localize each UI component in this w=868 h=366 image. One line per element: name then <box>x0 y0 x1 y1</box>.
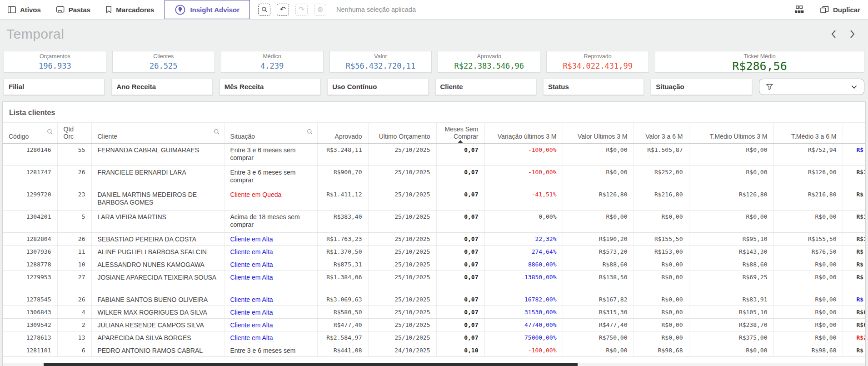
cell-v36[interactable]: R$155,50 <box>634 233 689 246</box>
cell-aprovado[interactable]: R$2.584,97 <box>317 331 368 344</box>
cell-v36[interactable]: R$216,80 <box>634 188 689 211</box>
cell-variacao[interactable]: -41,51% <box>484 188 563 211</box>
cell-tm36[interactable]: R$76,50 <box>773 246 843 258</box>
cell-tm36[interactable]: R$0,00 <box>773 331 843 344</box>
next-sheet-button[interactable] <box>850 30 855 39</box>
cell-codigo[interactable]: 1299720 <box>3 188 57 211</box>
cell-situacao[interactable]: Cliente em Queda <box>224 188 317 211</box>
cell-extra[interactable]: R$1 <box>843 233 866 246</box>
cell-tm3m[interactable]: R$0,00 <box>689 344 773 357</box>
cell-ultimo[interactable]: 25/10/2025 <box>368 319 436 331</box>
bookmarks-button[interactable]: Marcadores <box>98 0 162 19</box>
cell-variacao[interactable]: 47740,00% <box>484 319 563 331</box>
cell-codigo[interactable]: 1278613 <box>3 331 57 344</box>
cell-codigo[interactable]: 1281101 <box>3 344 57 357</box>
cell-ultimo[interactable]: 25/10/2025 <box>368 271 436 293</box>
cell-v3m[interactable]: R$315,30 <box>563 306 634 319</box>
cell-aprovado[interactable]: R$441,08 <box>317 344 368 357</box>
cell-extra[interactable]: R$ <box>843 271 866 293</box>
cell-v3m[interactable]: R$88,60 <box>563 258 634 271</box>
cell-ultimo[interactable]: 25/10/2025 <box>368 233 436 246</box>
filter-situacao[interactable]: Situação <box>651 79 752 95</box>
cell-situacao[interactable]: Entre 3 e 6 meses sem comprar <box>224 166 317 188</box>
cell-v3m[interactable]: R$750,00 <box>563 331 634 344</box>
cell-tm36[interactable]: R$216,80 <box>773 188 843 211</box>
column-search-icon[interactable] <box>47 129 53 135</box>
cell-v36[interactable]: R$0,00 <box>634 211 689 233</box>
cell-situacao[interactable]: Cliente em Alta <box>224 258 317 271</box>
cell-tm3m[interactable]: R$69,25 <box>689 271 773 293</box>
cell-v3m[interactable]: R$126,80 <box>563 188 634 211</box>
cell-tm36[interactable]: R$98,68 <box>773 344 843 357</box>
cell-aprovado[interactable]: R$477,40 <box>317 319 368 331</box>
cell-variacao[interactable]: 22,32% <box>484 233 563 246</box>
cell-tm3m[interactable]: R$126,80 <box>689 188 773 211</box>
cell-tm36[interactable]: R$0,00 <box>773 293 843 306</box>
cell-extra[interactable]: R$ <box>843 144 866 166</box>
cell-cliente[interactable]: FERNANDA CABRAL GUIMARAES <box>91 144 224 166</box>
cell-cliente[interactable]: PEDRO ANTONIO RAMOS CABRAL <box>91 344 224 357</box>
cell-tm36[interactable]: R$0,00 <box>773 258 843 271</box>
cell-qtd[interactable]: 26 <box>57 166 91 188</box>
cell-meses[interactable]: 0,10 <box>436 344 484 357</box>
cell-aprovado[interactable]: R$1.411,12 <box>317 188 368 211</box>
cell-qtd[interactable]: 26 <box>57 233 91 246</box>
cell-v3m[interactable]: R$0,00 <box>563 144 634 166</box>
cell-meses[interactable]: 0,07 <box>436 306 484 319</box>
cell-tm3m[interactable]: R$88,60 <box>689 258 773 271</box>
cell-meses[interactable]: 0,07 <box>436 246 484 258</box>
cell-codigo[interactable]: 1306843 <box>3 306 57 319</box>
sheets-button[interactable]: Pastas <box>49 0 98 19</box>
col-header-variacao[interactable]: Variação últimos 3 M <box>484 123 563 144</box>
cell-v3m[interactable]: R$0,00 <box>563 211 634 233</box>
cell-cliente[interactable]: JULIANA RESENDE CAMPOS SILVA <box>91 319 224 331</box>
cell-situacao[interactable]: Cliente em Alta <box>224 271 317 293</box>
cell-tm3m[interactable]: R$0,00 <box>689 211 773 233</box>
cell-codigo[interactable]: 1280146 <box>3 144 57 166</box>
cell-v36[interactable]: R$252,00 <box>634 166 689 188</box>
cell-aprovado[interactable]: R$900,70 <box>317 166 368 188</box>
cell-qtd[interactable]: 4 <box>57 306 91 319</box>
cell-situacao[interactable]: Cliente em Alta <box>224 233 317 246</box>
cell-variacao[interactable]: -100,00% <box>484 344 563 357</box>
undo-selection-button[interactable]: ↶ <box>277 4 289 16</box>
cell-v36[interactable]: R$0,00 <box>634 331 689 344</box>
cell-situacao[interactable]: Cliente em Alta <box>224 246 317 258</box>
cell-cliente[interactable]: APARECIDA DA SILVA BORGES <box>91 331 224 344</box>
cell-qtd[interactable]: 23 <box>57 188 91 211</box>
cell-extra[interactable]: R$0 <box>843 319 866 331</box>
cell-cliente[interactable]: DANIEL MARTINS MEDEIROS DE BARBOSA GOMES <box>91 188 224 211</box>
cell-v36[interactable]: R$0,00 <box>634 293 689 306</box>
cell-extra[interactable]: R$ <box>843 188 866 211</box>
cell-qtd[interactable]: 55 <box>57 144 91 166</box>
cell-variacao[interactable]: -100,00% <box>484 144 563 166</box>
cell-tm3m[interactable]: R$0,00 <box>689 166 773 188</box>
cell-cliente[interactable]: FABIANE SANTOS BUENO OLIVEIRA <box>91 293 224 306</box>
cell-qtd[interactable]: 11 <box>57 246 91 258</box>
col-header-cliente[interactable]: Cliente <box>91 123 224 144</box>
cell-v36[interactable]: R$1.505,87 <box>634 144 689 166</box>
cell-ultimo[interactable]: 25/10/2025 <box>368 188 436 211</box>
redo-selection-button[interactable]: ↷ <box>295 4 308 16</box>
cell-cliente[interactable]: FRANCIELE BERNARDI LARA <box>91 166 224 188</box>
cell-tm3m[interactable]: R$143,30 <box>689 246 773 258</box>
cell-tm36[interactable]: R$126,00 <box>773 166 843 188</box>
col-header-situacao[interactable]: Situação <box>224 123 317 144</box>
cell-tm3m[interactable]: R$105,10 <box>689 306 773 319</box>
filter-funnel-dropdown[interactable] <box>759 79 864 95</box>
cell-ultimo[interactable]: 25/10/2025 <box>368 166 436 188</box>
filter-mes-receita[interactable]: Mês Receita <box>219 79 320 95</box>
cell-variacao[interactable]: 8860,00% <box>484 258 563 271</box>
cell-tm36[interactable]: R$0,00 <box>773 211 843 233</box>
cell-meses[interactable]: 0,07 <box>436 319 484 331</box>
cell-aprovado[interactable]: R$875,31 <box>317 258 368 271</box>
filter-cliente[interactable]: Cliente <box>435 79 536 95</box>
cell-meses[interactable]: 0,07 <box>436 331 484 344</box>
cell-aprovado[interactable]: R$1.763,23 <box>317 233 368 246</box>
cell-v3m[interactable]: R$138,50 <box>563 271 634 293</box>
col-header-extra[interactable] <box>843 123 866 144</box>
cell-v36[interactable]: R$98,68 <box>634 344 689 357</box>
search-selections-button[interactable] <box>258 4 270 16</box>
cell-cliente[interactable]: SEBASTIAO PEREIRA DA COSTA <box>91 233 224 246</box>
cell-variacao[interactable]: 0,00% <box>484 211 563 233</box>
